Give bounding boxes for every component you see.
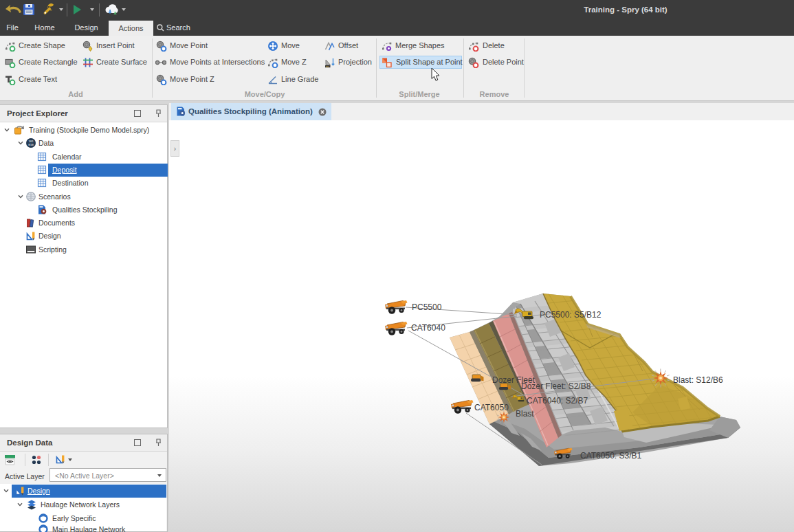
svg-text:aa: aa <box>326 65 329 68</box>
svg-text:CAT6050: S3/B1: CAT6050: S3/B1 <box>580 451 641 461</box>
svg-text:PC5500: S5/B12: PC5500: S5/B12 <box>540 310 602 320</box>
svg-text:Dozer Fleet: S2/B8: Dozer Fleet: S2/B8 <box>521 381 591 391</box>
svg-text:PC5500: PC5500 <box>412 302 442 312</box>
svg-text:CAT6050: CAT6050 <box>474 403 509 412</box>
svg-text:010: 010 <box>28 143 34 146</box>
svg-text:CAT6040: S2/B7: CAT6040: S2/B7 <box>527 396 588 406</box>
svg-text:Blast: S12/B6: Blast: S12/B6 <box>673 375 723 385</box>
svg-text:CAT6040: CAT6040 <box>411 323 445 333</box>
svg-text:Blast: Blast <box>516 409 534 419</box>
